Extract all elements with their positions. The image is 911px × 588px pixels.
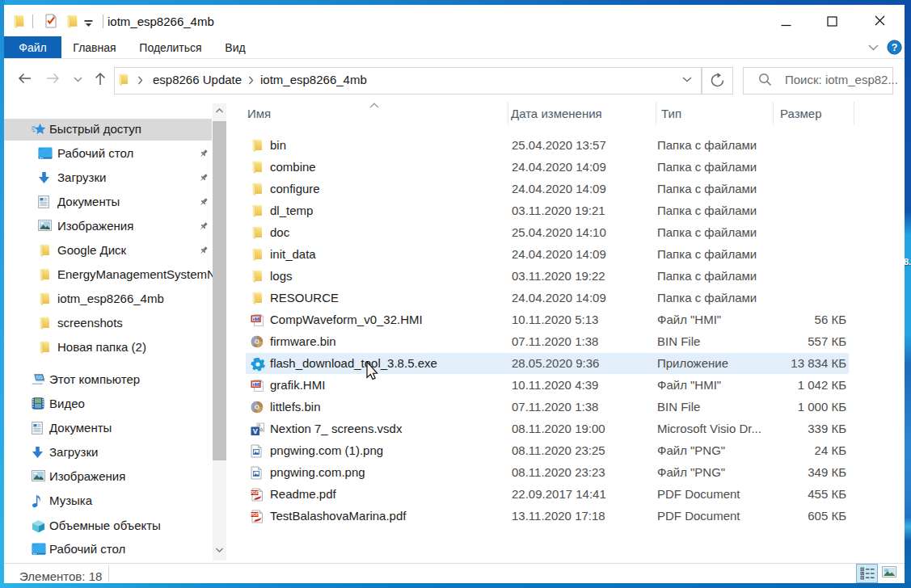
svg-text:PDF: PDF [251, 512, 259, 517]
svg-text:PDF: PDF [251, 490, 259, 495]
svg-text:HMI: HMI [252, 317, 259, 321]
svg-text:?: ? [892, 42, 898, 53]
svg-text:V: V [253, 427, 258, 435]
svg-text:HMI: HMI [252, 382, 259, 387]
